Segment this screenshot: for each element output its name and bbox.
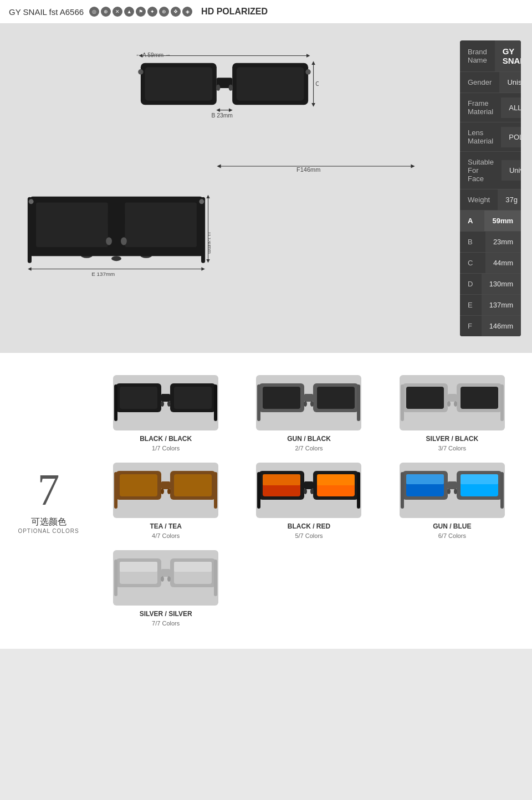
spec-row-frame: Frame Material ALLOY: [460, 93, 521, 122]
svg-point-73: [167, 489, 171, 494]
svg-point-30: [29, 199, 34, 204]
svg-rect-60: [461, 387, 498, 409]
svg-point-11: [216, 84, 221, 90]
svg-point-84: [310, 489, 314, 494]
color-item-7[interactable]: SILVER / SILVER 7/7 Colors: [97, 550, 234, 627]
svg-rect-99: [161, 569, 170, 577]
color-item-2[interactable]: GUN / BLACK 2/7 Colors: [240, 375, 377, 452]
color-count-5: 5/7 Colors: [295, 532, 323, 539]
svg-point-46: [167, 401, 171, 407]
brand-label: GY SNAIL fst A6566: [9, 7, 84, 17]
diagram-area: ← A 59mm → B 23mm C 44mm: [11, 40, 449, 336]
spec-value-d: 130mm: [482, 274, 521, 294]
svg-rect-25: [36, 203, 108, 248]
svg-point-95: [454, 489, 457, 494]
color-count-number: 7: [38, 468, 60, 512]
spec-row-weight: Weight 37g: [460, 189, 521, 211]
svg-rect-8: [237, 67, 304, 100]
svg-rect-102: [174, 562, 212, 572]
spec-label-gender: Gender: [460, 72, 499, 93]
color-item-1[interactable]: BLACK / BLACK 1/7 Colors: [97, 375, 234, 452]
spec-label-a: A: [460, 211, 484, 231]
spec-value-lens: POLAROID: [501, 127, 521, 147]
svg-rect-48: [263, 387, 300, 409]
svg-point-94: [447, 489, 451, 494]
spec-label-c: C: [460, 253, 485, 273]
svg-point-54: [304, 401, 307, 407]
spec-row-f: F 146mm: [460, 316, 521, 336]
spec-value-c: 44mm: [485, 253, 521, 273]
spec-value-frame: ALLOY: [501, 98, 521, 118]
spec-label-face: Suitable For Face: [460, 152, 502, 189]
svg-point-72: [161, 489, 164, 494]
cert-icon-2: ⊕: [101, 7, 111, 17]
spec-label-lens: Lens Material: [460, 122, 501, 151]
side-view-svg: E 137mm D 130mm: [22, 165, 211, 293]
color-item-4[interactable]: TEA / TEA 4/7 Colors: [97, 463, 234, 539]
svg-point-63: [447, 401, 451, 407]
spec-label-d: D: [460, 274, 482, 294]
spec-value-e: 137mm: [482, 295, 521, 315]
svg-rect-57: [406, 387, 444, 409]
colors-sidebar: 7 可选颜色 OPTIONAL COLORS: [6, 370, 91, 632]
spec-row-face: Suitable For Face Universal: [460, 152, 521, 189]
side-diagram: E 137mm D 130mm F146mm: [11, 160, 449, 315]
color-name-5: BLACK / RED: [288, 522, 330, 530]
spec-row-c: C 44mm: [460, 253, 521, 274]
front-view-svg: ← A 59mm → B 23mm C 44mm: [130, 46, 319, 132]
spec-label-frame: Frame Material: [460, 93, 501, 122]
color-item-5[interactable]: BLACK / RED 5/7 Colors: [240, 463, 377, 539]
svg-text:E 137mm: E 137mm: [91, 271, 115, 277]
color-count-7: 7/7 Colors: [152, 620, 180, 627]
front-diagram: ← A 59mm → B 23mm C 44mm: [11, 40, 449, 148]
cert-icon-3: ✕: [112, 7, 122, 17]
svg-point-64: [454, 401, 457, 407]
cert-icon-6: ✦: [147, 7, 157, 17]
svg-point-55: [310, 401, 314, 407]
cert-icon-9: ◈: [182, 7, 192, 17]
spec-row-b: B 23mm: [460, 232, 521, 253]
specs-table: Brand Name GY SNAIL Gender Unisex Frame …: [460, 40, 521, 336]
spec-row-gender: Gender Unisex: [460, 72, 521, 93]
spec-value-a: 59mm: [484, 211, 521, 231]
svg-rect-76: [304, 481, 313, 489]
color-item-3[interactable]: SILVER / BLACK 3/7 Colors: [383, 375, 521, 452]
cert-icon-7: ⊛: [159, 7, 169, 17]
color-sunglass-black: [113, 375, 218, 430]
color-count-2: 2/7 Colors: [295, 445, 323, 452]
svg-rect-39: [120, 387, 157, 409]
svg-rect-42: [174, 387, 212, 409]
svg-rect-26: [125, 203, 197, 248]
color-name-4: TEA / TEA: [150, 522, 182, 530]
svg-rect-40: [161, 394, 170, 402]
color-sunglass-gun: [256, 375, 361, 430]
specs-section: ← A 59mm → B 23mm C 44mm: [0, 24, 532, 353]
svg-point-22: [111, 256, 121, 261]
color-count-3: 3/7 Colors: [438, 445, 466, 452]
spec-row-a: A 59mm: [460, 211, 521, 232]
color-sunglass-silver: [113, 550, 218, 606]
cert-icon-8: ❖: [171, 7, 181, 17]
svg-point-9: [138, 69, 143, 74]
optional-label-english: OPTIONAL COLORS: [18, 528, 79, 534]
svg-rect-67: [161, 481, 170, 489]
spec-label-weight: Weight: [460, 189, 498, 210]
color-sunglass-blue: [400, 463, 505, 518]
colors-section: 7 可选颜色 OPTIONAL COLORS BLACK / BLA: [0, 353, 532, 649]
svg-text:D 130mm: D 130mm: [207, 232, 211, 254]
svg-point-12: [229, 84, 233, 90]
color-item-6[interactable]: GUN / BLUE 6/7 Colors: [383, 463, 521, 539]
svg-point-105: [161, 576, 164, 582]
svg-point-29: [121, 237, 127, 245]
svg-rect-66: [120, 474, 157, 496]
spec-value-gender: Unisex: [499, 72, 521, 93]
spec-label-b: B: [460, 232, 485, 252]
cert-icon-5: ⚑: [136, 7, 146, 17]
svg-rect-69: [174, 474, 212, 496]
svg-point-10: [305, 69, 310, 74]
svg-rect-90: [406, 474, 444, 484]
svg-point-31: [199, 199, 204, 204]
svg-rect-91: [461, 474, 498, 484]
svg-text:F146mm: F146mm: [296, 166, 320, 173]
spec-value-b: 23mm: [485, 232, 521, 252]
